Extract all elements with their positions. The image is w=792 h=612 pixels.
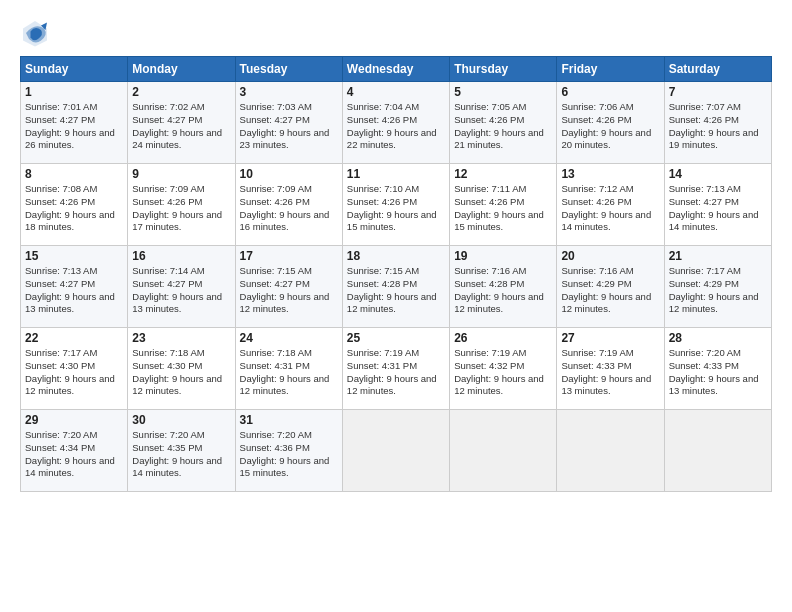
header-row: SundayMondayTuesdayWednesdayThursdayFrid… [21,57,772,82]
day-cell: 28Sunrise: 7:20 AMSunset: 4:33 PMDayligh… [664,328,771,410]
day-info: Sunrise: 7:16 AMSunset: 4:29 PMDaylight:… [561,265,659,316]
header-day-wednesday: Wednesday [342,57,449,82]
day-cell: 31Sunrise: 7:20 AMSunset: 4:36 PMDayligh… [235,410,342,492]
day-info: Sunrise: 7:17 AMSunset: 4:29 PMDaylight:… [669,265,767,316]
day-info: Sunrise: 7:07 AMSunset: 4:26 PMDaylight:… [669,101,767,152]
day-number: 28 [669,331,767,345]
day-number: 16 [132,249,230,263]
day-number: 12 [454,167,552,181]
calendar: SundayMondayTuesdayWednesdayThursdayFrid… [20,56,772,492]
day-number: 5 [454,85,552,99]
header-day-monday: Monday [128,57,235,82]
day-cell [342,410,449,492]
day-cell: 6Sunrise: 7:06 AMSunset: 4:26 PMDaylight… [557,82,664,164]
day-info: Sunrise: 7:20 AMSunset: 4:33 PMDaylight:… [669,347,767,398]
day-number: 1 [25,85,123,99]
day-cell: 26Sunrise: 7:19 AMSunset: 4:32 PMDayligh… [450,328,557,410]
day-info: Sunrise: 7:20 AMSunset: 4:36 PMDaylight:… [240,429,338,480]
day-cell: 3Sunrise: 7:03 AMSunset: 4:27 PMDaylight… [235,82,342,164]
day-info: Sunrise: 7:02 AMSunset: 4:27 PMDaylight:… [132,101,230,152]
day-info: Sunrise: 7:18 AMSunset: 4:30 PMDaylight:… [132,347,230,398]
logo [20,18,54,48]
week-row-4: 22Sunrise: 7:17 AMSunset: 4:30 PMDayligh… [21,328,772,410]
day-cell: 18Sunrise: 7:15 AMSunset: 4:28 PMDayligh… [342,246,449,328]
day-number: 27 [561,331,659,345]
day-number: 11 [347,167,445,181]
day-cell: 17Sunrise: 7:15 AMSunset: 4:27 PMDayligh… [235,246,342,328]
day-number: 26 [454,331,552,345]
day-cell: 8Sunrise: 7:08 AMSunset: 4:26 PMDaylight… [21,164,128,246]
day-info: Sunrise: 7:05 AMSunset: 4:26 PMDaylight:… [454,101,552,152]
day-info: Sunrise: 7:17 AMSunset: 4:30 PMDaylight:… [25,347,123,398]
day-number: 7 [669,85,767,99]
day-info: Sunrise: 7:14 AMSunset: 4:27 PMDaylight:… [132,265,230,316]
day-number: 18 [347,249,445,263]
day-cell: 22Sunrise: 7:17 AMSunset: 4:30 PMDayligh… [21,328,128,410]
day-info: Sunrise: 7:20 AMSunset: 4:34 PMDaylight:… [25,429,123,480]
day-number: 10 [240,167,338,181]
day-info: Sunrise: 7:19 AMSunset: 4:33 PMDaylight:… [561,347,659,398]
header-day-sunday: Sunday [21,57,128,82]
day-number: 23 [132,331,230,345]
day-info: Sunrise: 7:09 AMSunset: 4:26 PMDaylight:… [240,183,338,234]
header-day-friday: Friday [557,57,664,82]
day-cell: 14Sunrise: 7:13 AMSunset: 4:27 PMDayligh… [664,164,771,246]
day-cell: 11Sunrise: 7:10 AMSunset: 4:26 PMDayligh… [342,164,449,246]
day-info: Sunrise: 7:12 AMSunset: 4:26 PMDaylight:… [561,183,659,234]
day-cell: 9Sunrise: 7:09 AMSunset: 4:26 PMDaylight… [128,164,235,246]
day-cell: 4Sunrise: 7:04 AMSunset: 4:26 PMDaylight… [342,82,449,164]
day-cell: 1Sunrise: 7:01 AMSunset: 4:27 PMDaylight… [21,82,128,164]
day-info: Sunrise: 7:20 AMSunset: 4:35 PMDaylight:… [132,429,230,480]
day-cell: 7Sunrise: 7:07 AMSunset: 4:26 PMDaylight… [664,82,771,164]
day-info: Sunrise: 7:15 AMSunset: 4:28 PMDaylight:… [347,265,445,316]
day-number: 15 [25,249,123,263]
day-number: 17 [240,249,338,263]
day-cell: 30Sunrise: 7:20 AMSunset: 4:35 PMDayligh… [128,410,235,492]
day-info: Sunrise: 7:04 AMSunset: 4:26 PMDaylight:… [347,101,445,152]
header-day-thursday: Thursday [450,57,557,82]
day-number: 19 [454,249,552,263]
day-info: Sunrise: 7:10 AMSunset: 4:26 PMDaylight:… [347,183,445,234]
day-info: Sunrise: 7:15 AMSunset: 4:27 PMDaylight:… [240,265,338,316]
day-number: 13 [561,167,659,181]
day-number: 22 [25,331,123,345]
logo-icon [20,18,50,48]
day-cell: 10Sunrise: 7:09 AMSunset: 4:26 PMDayligh… [235,164,342,246]
day-number: 2 [132,85,230,99]
day-info: Sunrise: 7:06 AMSunset: 4:26 PMDaylight:… [561,101,659,152]
day-number: 8 [25,167,123,181]
day-number: 3 [240,85,338,99]
week-row-1: 1Sunrise: 7:01 AMSunset: 4:27 PMDaylight… [21,82,772,164]
day-info: Sunrise: 7:13 AMSunset: 4:27 PMDaylight:… [25,265,123,316]
day-info: Sunrise: 7:18 AMSunset: 4:31 PMDaylight:… [240,347,338,398]
day-cell: 15Sunrise: 7:13 AMSunset: 4:27 PMDayligh… [21,246,128,328]
day-cell: 25Sunrise: 7:19 AMSunset: 4:31 PMDayligh… [342,328,449,410]
header-day-saturday: Saturday [664,57,771,82]
day-number: 31 [240,413,338,427]
day-info: Sunrise: 7:19 AMSunset: 4:32 PMDaylight:… [454,347,552,398]
day-info: Sunrise: 7:11 AMSunset: 4:26 PMDaylight:… [454,183,552,234]
day-cell: 21Sunrise: 7:17 AMSunset: 4:29 PMDayligh… [664,246,771,328]
header [20,18,772,48]
day-info: Sunrise: 7:01 AMSunset: 4:27 PMDaylight:… [25,101,123,152]
day-number: 29 [25,413,123,427]
day-number: 30 [132,413,230,427]
day-cell: 16Sunrise: 7:14 AMSunset: 4:27 PMDayligh… [128,246,235,328]
day-number: 24 [240,331,338,345]
day-cell: 2Sunrise: 7:02 AMSunset: 4:27 PMDaylight… [128,82,235,164]
day-cell: 29Sunrise: 7:20 AMSunset: 4:34 PMDayligh… [21,410,128,492]
day-number: 4 [347,85,445,99]
day-info: Sunrise: 7:09 AMSunset: 4:26 PMDaylight:… [132,183,230,234]
day-number: 6 [561,85,659,99]
day-number: 9 [132,167,230,181]
day-info: Sunrise: 7:13 AMSunset: 4:27 PMDaylight:… [669,183,767,234]
day-number: 20 [561,249,659,263]
day-info: Sunrise: 7:03 AMSunset: 4:27 PMDaylight:… [240,101,338,152]
day-cell: 27Sunrise: 7:19 AMSunset: 4:33 PMDayligh… [557,328,664,410]
header-day-tuesday: Tuesday [235,57,342,82]
week-row-3: 15Sunrise: 7:13 AMSunset: 4:27 PMDayligh… [21,246,772,328]
week-row-5: 29Sunrise: 7:20 AMSunset: 4:34 PMDayligh… [21,410,772,492]
day-number: 14 [669,167,767,181]
day-info: Sunrise: 7:16 AMSunset: 4:28 PMDaylight:… [454,265,552,316]
day-cell [557,410,664,492]
